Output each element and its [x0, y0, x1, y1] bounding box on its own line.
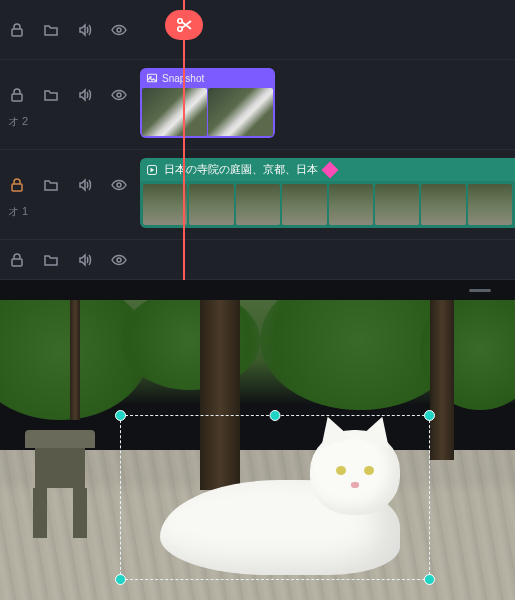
lock-icon[interactable] — [8, 21, 26, 39]
speaker-icon[interactable] — [76, 251, 94, 269]
track-label: オ 1 — [8, 200, 130, 219]
clip-video[interactable]: 日本の寺院の庭園、京都、日本 — [140, 158, 515, 228]
resize-handle-br[interactable] — [424, 574, 435, 585]
diamond-icon — [322, 161, 339, 178]
preview-header — [0, 280, 515, 300]
preview-panel — [0, 280, 515, 600]
folder-icon[interactable] — [42, 251, 60, 269]
folder-icon[interactable] — [42, 176, 60, 194]
timeline-track: オ 1 日本の寺院の庭園、京都、日本 — [0, 150, 515, 240]
svg-rect-0 — [12, 29, 22, 36]
speaker-icon[interactable] — [76, 21, 94, 39]
resize-handle-tl[interactable] — [115, 410, 126, 421]
track-label: オ 2 — [8, 110, 130, 129]
play-icon — [146, 164, 158, 176]
lock-icon[interactable] — [8, 176, 26, 194]
timeline-track — [0, 0, 515, 60]
svg-point-3 — [117, 93, 121, 97]
eye-icon[interactable] — [110, 21, 128, 39]
eye-icon[interactable] — [110, 86, 128, 104]
svg-rect-6 — [12, 184, 22, 191]
speaker-icon[interactable] — [76, 86, 94, 104]
timeline-track — [0, 240, 515, 280]
timeline-track: オ 2 Snapshot — [0, 60, 515, 150]
clip-title: 日本の寺院の庭園、京都、日本 — [164, 162, 318, 177]
track-controls: オ 1 — [0, 170, 130, 219]
clip-snapshot[interactable]: Snapshot — [140, 68, 275, 138]
resize-handle-tr[interactable] — [424, 410, 435, 421]
svg-point-7 — [117, 183, 121, 187]
speaker-icon[interactable] — [76, 176, 94, 194]
svg-point-1 — [117, 28, 121, 32]
eye-icon[interactable] — [110, 251, 128, 269]
resize-handle-tc[interactable] — [270, 410, 281, 421]
track-controls — [0, 245, 130, 275]
track-content[interactable] — [130, 240, 515, 279]
track-controls: オ 2 — [0, 80, 130, 129]
lock-icon[interactable] — [8, 251, 26, 269]
folder-icon[interactable] — [42, 86, 60, 104]
track-content[interactable]: Snapshot — [130, 60, 515, 149]
folder-icon[interactable] — [42, 21, 60, 39]
timeline-panel: オ 2 Snapshot オ 1 — [0, 0, 515, 280]
stone-lantern — [20, 430, 100, 540]
eye-icon[interactable] — [110, 176, 128, 194]
preview-canvas[interactable] — [0, 300, 515, 600]
svg-point-10 — [117, 258, 121, 262]
preview-background — [0, 300, 515, 600]
image-icon — [146, 72, 158, 84]
svg-rect-2 — [12, 94, 22, 101]
collapse-handle[interactable] — [469, 289, 491, 292]
cat-subject — [140, 425, 420, 575]
clip-thumbnails — [140, 88, 275, 138]
track-controls — [0, 15, 130, 45]
resize-handle-bl[interactable] — [115, 574, 126, 585]
playhead-marker[interactable] — [165, 10, 203, 40]
track-content[interactable]: 日本の寺院の庭園、京都、日本 — [130, 150, 515, 239]
svg-rect-9 — [12, 259, 22, 266]
lock-icon[interactable] — [8, 86, 26, 104]
svg-point-11 — [178, 19, 182, 23]
scissors-icon — [175, 16, 193, 34]
playhead[interactable] — [183, 0, 185, 280]
clip-thumbnails — [140, 181, 515, 228]
svg-point-12 — [178, 27, 182, 31]
